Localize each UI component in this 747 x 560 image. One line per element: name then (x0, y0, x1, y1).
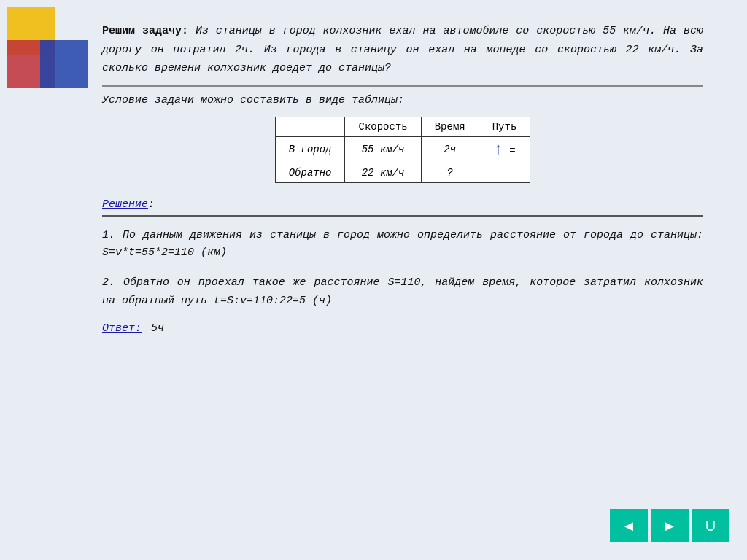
row2-label: Обратно (275, 163, 345, 182)
row1-label: В город (275, 136, 345, 163)
col-header-2: Время (421, 117, 479, 136)
table-wrapper: Скорость Время Путь В город 55 км/ч 2ч ↑… (102, 117, 703, 183)
table-row: Обратно 22 км/ч ? (275, 163, 530, 182)
solution-header-line: Решение: (102, 198, 703, 212)
main-content: Решим задачу: Из станицы в город колхозн… (102, 22, 703, 335)
next-button[interactable]: ► (651, 509, 689, 542)
col-header-0 (275, 117, 345, 136)
deco-blue-square (40, 40, 88, 88)
arrow-icon: ↑ (494, 141, 503, 159)
problem-label: Решим задачу: (102, 25, 188, 37)
row2-speed: 22 км/ч (345, 163, 421, 182)
answer-line: Ответ: 5ч (102, 322, 703, 335)
answer-label: Ответ: (102, 322, 142, 335)
divider-1 (102, 85, 703, 87)
table-row: В город 55 км/ч 2ч ↑ = (275, 136, 530, 163)
solution-step1: 1. По данным движения из станицы в город… (102, 227, 703, 263)
col-header-1: Скорость (345, 117, 421, 136)
solution-divider (102, 215, 703, 217)
nav-buttons: ◄ ► U (610, 509, 729, 542)
solution-colon: : (148, 198, 155, 211)
data-table: Скорость Время Путь В город 55 км/ч 2ч ↑… (275, 117, 531, 183)
row2-path (479, 163, 530, 182)
condition-text: Условие задачи можно составить в виде та… (102, 94, 703, 106)
row1-path: ↑ = (479, 136, 530, 163)
decoration (0, 0, 88, 160)
answer-value: 5ч (144, 322, 164, 335)
col-header-3: Путь (479, 117, 530, 136)
row2-time: ? (421, 163, 479, 182)
home-button[interactable]: U (692, 509, 729, 542)
prev-button[interactable]: ◄ (610, 509, 648, 542)
problem-text: Решим задачу: Из станицы в город колхозн… (102, 22, 703, 78)
solution-step2: 2. Обратно он проехал такое же расстояни… (102, 274, 703, 311)
row1-speed: 55 км/ч (345, 136, 421, 163)
problem-body: Из станицы в город колхозник ехал на авт… (102, 25, 703, 74)
solution-label: Решение (102, 198, 148, 211)
row1-time: 2ч (421, 136, 479, 163)
slide: Решим задачу: Из станицы в город колхозн… (0, 0, 747, 560)
